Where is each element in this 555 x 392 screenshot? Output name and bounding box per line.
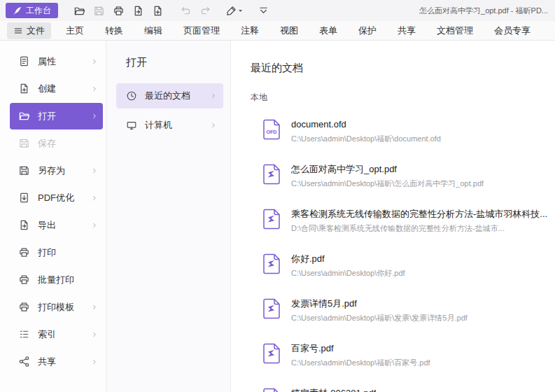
undo-button[interactable] xyxy=(176,3,195,19)
file-info: 乘客检测系统无线传输数据的完整性分析方法-盐城市羽林科技...D:\合同\乘客检… xyxy=(291,209,547,234)
menu-tab-home[interactable]: 主页 xyxy=(59,22,90,39)
pdf-file-icon xyxy=(262,253,281,274)
open-file-icon xyxy=(73,5,85,17)
file-info: 你好.pdfC:\Users\admin\Desktop\你好.pdf xyxy=(291,253,405,279)
file-menu-item-pdf-optimize[interactable]: PDF优化 xyxy=(10,185,103,211)
create-button[interactable] xyxy=(148,3,167,19)
menu-tab-doc-manage[interactable]: 文档管理 xyxy=(430,22,479,39)
local-section-label: 本地 xyxy=(251,92,555,104)
submenu-chevron-icon xyxy=(90,303,99,312)
file-menu-item-label: 批量打印 xyxy=(38,274,99,286)
print-template-icon xyxy=(18,301,31,314)
index-icon xyxy=(18,328,31,341)
sign-button[interactable] xyxy=(223,3,245,19)
menu-tab-label: 主页 xyxy=(66,24,84,37)
recent-file-row[interactable]: 稿定素材-806381.pdf xyxy=(251,381,555,392)
more-tools-button[interactable] xyxy=(253,3,273,19)
file-name: 发票详情5月.pdf xyxy=(291,298,468,309)
file-menu-item-label: 导出 xyxy=(38,219,90,232)
menu-tab-label: 文档管理 xyxy=(437,24,473,37)
menu-tab-form[interactable]: 表单 xyxy=(313,22,344,39)
menubar: 文件主页转换编辑页面管理注释视图表单保护共享文档管理会员专享 xyxy=(0,21,555,41)
file-menu-item-label: 共享 xyxy=(38,356,90,368)
file-menu-item-batch-print[interactable]: 批量打印 xyxy=(10,267,103,293)
menu-tab-share[interactable]: 共享 xyxy=(391,22,422,39)
menu-tab-view[interactable]: 视图 xyxy=(274,22,304,39)
menu-tab-comment[interactable]: 注释 xyxy=(234,22,265,39)
file-menu-item-share[interactable]: 共享 xyxy=(10,349,103,375)
file-path: C:\Users\admin\Desktop\福昕\怎么面对高中学习_opt.p… xyxy=(291,178,484,189)
file-menu-item-print[interactable]: 打印 xyxy=(10,239,103,266)
recent-file-row[interactable]: 你好.pdfC:\Users\admin\Desktop\你好.pdf xyxy=(251,246,555,291)
file-menu-item-open[interactable]: 打开 xyxy=(10,103,103,130)
workspace-button[interactable]: 工作台 xyxy=(6,3,58,18)
menu-tab-edit[interactable]: 编辑 xyxy=(138,22,169,39)
undo-icon xyxy=(180,5,192,17)
workspace-label: 工作台 xyxy=(26,5,51,17)
recent-file-row[interactable]: OFDdocument.ofdC:\Users\admin\Desktop\福昕… xyxy=(251,112,555,157)
recent-file-list: OFDdocument.ofdC:\Users\admin\Desktop\福昕… xyxy=(251,112,555,392)
recent-file-row[interactable]: 百家号.pdfC:\Users\admin\Desktop\福昕\百家号.pdf xyxy=(251,336,555,381)
menu-tab-label: 保护 xyxy=(358,24,377,37)
menu-tab-file[interactable]: 文件 xyxy=(7,22,51,39)
submenu-chevron-icon xyxy=(90,221,99,230)
open-panel-item-recent-documents[interactable]: 最近的文档 xyxy=(116,83,223,108)
menu-tab-label: 表单 xyxy=(319,24,337,37)
recent-file-row[interactable]: 发票详情5月.pdfC:\Users\admin\Desktop\福昕\发票\发… xyxy=(251,291,555,336)
save-icon xyxy=(93,5,105,17)
export-button[interactable] xyxy=(128,3,148,19)
menu-tab-convert[interactable]: 转换 xyxy=(99,22,129,39)
file-info: document.ofdC:\Users\admin\Desktop\福昕\do… xyxy=(291,119,441,144)
menu-tab-page-manage[interactable]: 页面管理 xyxy=(177,22,226,39)
open-panel-item-label: 计算机 xyxy=(145,119,209,132)
file-name: 你好.pdf xyxy=(291,253,405,265)
menu-tab-label: 视图 xyxy=(280,24,298,37)
save-button[interactable] xyxy=(89,3,108,19)
file-menu-item-index[interactable]: 索引 xyxy=(10,321,103,348)
submenu-chevron-icon xyxy=(209,121,218,130)
file-menu-item-save-as[interactable]: 另存为 xyxy=(10,158,103,184)
open-panel-item-label: 最近的文档 xyxy=(145,90,209,102)
file-menu-item-export[interactable]: 导出 xyxy=(10,212,103,239)
submenu-chevron-icon xyxy=(90,57,99,66)
pdf-optimize-icon xyxy=(18,192,31,204)
file-menu-item-properties[interactable]: 属性 xyxy=(10,48,103,75)
file-menu-item-label: 打印模板 xyxy=(38,301,90,314)
file-menu-item-label: 另存为 xyxy=(38,164,90,177)
submenu-chevron-icon xyxy=(90,167,99,175)
open-panel-item-computer[interactable]: 计算机 xyxy=(116,113,223,138)
open-file-button[interactable] xyxy=(69,3,89,19)
open-panel: 打开 最近的文档计算机 xyxy=(106,41,231,392)
file-backstage: 属性创建打开保存另存为PDF优化导出打印批量打印打印模板索引共享 打开 最近的文… xyxy=(0,41,555,392)
file-menu-item-label: 保存 xyxy=(38,137,99,150)
more-tools-icon xyxy=(258,5,269,17)
menu-tab-label: 转换 xyxy=(105,24,123,37)
file-name: 稿定素材-806381.pdf xyxy=(291,388,376,392)
file-info: 怎么面对高中学习_opt.pdfC:\Users\admin\Desktop\福… xyxy=(291,164,484,189)
export-icon xyxy=(132,5,144,17)
menu-tab-protect[interactable]: 保护 xyxy=(352,22,383,39)
redo-button[interactable] xyxy=(195,3,215,19)
open-panel-title: 打开 xyxy=(126,56,223,69)
submenu-chevron-icon xyxy=(90,330,99,339)
file-menu-item-create[interactable]: 创建 xyxy=(10,76,103,102)
file-info: 稿定素材-806381.pdf xyxy=(291,388,376,392)
submenu-chevron-icon xyxy=(90,358,99,366)
open-panel-items: 最近的文档计算机 xyxy=(116,83,223,138)
file-name: document.ofd xyxy=(291,119,441,130)
menu-tab-member[interactable]: 会员专享 xyxy=(488,22,537,39)
app-window: 工作台 怎么面对高中学习_opt.pdf - 福昕PD... 文件主页转换编辑页… xyxy=(0,0,555,392)
file-menu-item-print-template[interactable]: 打印模板 xyxy=(10,294,103,321)
recent-file-row[interactable]: 乘客检测系统无线传输数据的完整性分析方法-盐城市羽林科技...D:\合同\乘客检… xyxy=(251,202,555,246)
file-name: 怎么面对高中学习_opt.pdf xyxy=(291,164,484,175)
recent-documents-panel: 最近的文档 本地 OFDdocument.ofdC:\Users\admin\D… xyxy=(231,41,555,392)
pdf-file-icon xyxy=(262,298,281,319)
properties-icon xyxy=(18,55,31,68)
recent-file-row[interactable]: 怎么面对高中学习_opt.pdfC:\Users\admin\Desktop\福… xyxy=(251,157,555,202)
file-menu-item-save[interactable]: 保存 xyxy=(10,130,103,157)
print-icon xyxy=(18,246,31,259)
sign-icon xyxy=(225,5,237,17)
file-info: 百家号.pdfC:\Users\admin\Desktop\福昕\百家号.pdf xyxy=(291,343,430,368)
submenu-chevron-icon xyxy=(90,112,99,120)
print-button[interactable] xyxy=(108,3,128,19)
